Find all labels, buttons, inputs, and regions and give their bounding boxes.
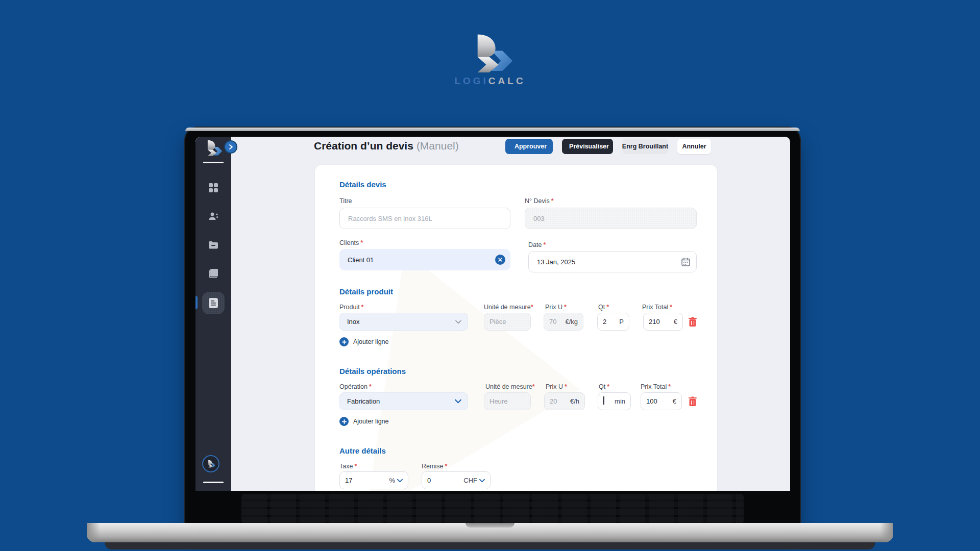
badge-logo-icon bbox=[206, 460, 215, 468]
chevron-down-icon bbox=[479, 479, 485, 483]
clients-field[interactable]: Client 01 bbox=[339, 249, 510, 270]
cancel-button[interactable]: Annuler bbox=[677, 139, 711, 154]
quote-form-card: Détails devis Titre N° Devis* Clients* C… bbox=[315, 165, 717, 491]
produit-unit-input[interactable]: Pièce bbox=[484, 313, 531, 331]
brand-wordmark: LOGICALC bbox=[0, 76, 980, 87]
plus-icon bbox=[339, 417, 349, 426]
page: LOGICALC bbox=[0, 0, 980, 551]
produit-qty-label: Qt* bbox=[598, 304, 609, 311]
section-title-produit: Détails produit bbox=[339, 287, 393, 296]
operation-label: Opération* bbox=[339, 383, 372, 390]
add-operation-line-button[interactable]: Ajouter ligne bbox=[339, 417, 389, 426]
save-draft-button[interactable]: Enrg Brouillant bbox=[622, 139, 668, 154]
sidebar-divider-top bbox=[203, 162, 224, 163]
date-value: 13 Jan, 2025 bbox=[537, 258, 575, 266]
operation-qty-label: Qt* bbox=[599, 383, 609, 390]
page-title: Création d’un devis(Manuel) bbox=[314, 140, 459, 152]
sidebar-item-quotes-active[interactable] bbox=[202, 292, 225, 314]
keyboard-reflection bbox=[241, 494, 744, 523]
section-title-operations: Détails opérations bbox=[339, 367, 406, 375]
num-devis-label: N° Devis* bbox=[525, 197, 554, 205]
laptop-base-notch bbox=[465, 523, 514, 528]
operation-qty-input[interactable]: min bbox=[598, 392, 631, 410]
chevron-down-icon bbox=[455, 320, 461, 324]
users-icon bbox=[208, 211, 219, 221]
remise-input[interactable]: 0 CHF bbox=[422, 471, 491, 489]
produit-price-label: Prix U* bbox=[545, 304, 567, 311]
operation-price-input[interactable]: 20 €/h bbox=[544, 392, 585, 410]
produit-unit-label: Unité de mesure* bbox=[484, 304, 533, 311]
produit-price-input[interactable]: 70 €/kg bbox=[544, 313, 583, 331]
delete-product-row-icon[interactable] bbox=[688, 317, 697, 327]
produit-qty-input[interactable]: 2 P bbox=[597, 313, 629, 331]
chevron-down-icon bbox=[455, 399, 461, 404]
text-cursor bbox=[603, 396, 604, 405]
laptop-screen: Création d’un devis(Manuel) Approuver bbox=[185, 128, 800, 528]
grid-icon bbox=[208, 183, 218, 193]
page-title-text: Création d’un devis bbox=[314, 140, 413, 152]
active-item-indicator bbox=[195, 296, 198, 309]
titre-input[interactable] bbox=[339, 208, 510, 229]
chevron-right-icon bbox=[228, 144, 234, 150]
plus-icon bbox=[339, 337, 349, 346]
sidebar-profile-badge[interactable] bbox=[202, 455, 219, 472]
operation-total-label: Prix Total* bbox=[641, 383, 671, 390]
clients-value: Client 01 bbox=[348, 256, 374, 264]
section-title-autre: Autre détails bbox=[339, 446, 386, 455]
laptop-base bbox=[87, 523, 893, 542]
taxe-input[interactable]: 17 % bbox=[339, 471, 408, 489]
produit-select[interactable]: Inox bbox=[339, 313, 468, 331]
pages-icon bbox=[208, 268, 218, 279]
logicalc-logo-icon bbox=[467, 34, 513, 72]
laptop-base-shadow bbox=[105, 542, 875, 549]
operation-unit-label: Unité de mesure* bbox=[485, 383, 535, 390]
sidebar-expand-button[interactable] bbox=[224, 140, 237, 154]
sidebar-logo-icon bbox=[203, 139, 223, 157]
calendar-icon bbox=[681, 258, 690, 266]
preview-button[interactable]: Prévisualiser bbox=[562, 139, 613, 154]
produit-total-label: Prix Total* bbox=[642, 304, 672, 311]
operation-total-input[interactable]: 100 € bbox=[641, 392, 682, 410]
sidebar-item-files[interactable] bbox=[199, 235, 228, 255]
sidebar-divider-bottom bbox=[203, 482, 224, 483]
remise-label: Remise* bbox=[422, 463, 447, 470]
header-actions: Approuver Prévisualiser Enrg Brouillant … bbox=[505, 139, 711, 154]
sidebar bbox=[195, 137, 231, 491]
brand-logo: LOGICALC bbox=[0, 34, 980, 87]
approve-button[interactable]: Approuver bbox=[505, 139, 553, 154]
main-area: Création d’un devis(Manuel) Approuver bbox=[231, 137, 790, 491]
brand-text-logi: LOGI bbox=[454, 76, 488, 86]
folder-icon bbox=[208, 240, 218, 249]
produit-total-input[interactable]: 210 € bbox=[643, 313, 683, 331]
operation-unit-input[interactable]: Heure bbox=[484, 392, 531, 410]
section-title-devis: Détails devis bbox=[339, 180, 386, 189]
date-field[interactable]: 13 Jan, 2025 bbox=[528, 251, 697, 272]
produit-label: Produit* bbox=[339, 304, 363, 311]
operation-price-label: Prix U* bbox=[546, 383, 567, 390]
date-label: Date* bbox=[528, 241, 546, 248]
brand-text-calc: CALC bbox=[488, 76, 526, 86]
invoice-icon bbox=[208, 297, 218, 309]
titre-label: Titre bbox=[339, 197, 352, 205]
sidebar-item-dashboard[interactable] bbox=[199, 178, 228, 198]
num-devis-input[interactable] bbox=[525, 208, 697, 229]
delete-operation-row-icon[interactable] bbox=[688, 396, 697, 407]
clients-label: Clients* bbox=[339, 239, 363, 246]
sidebar-item-clients[interactable] bbox=[199, 206, 228, 227]
chevron-down-icon bbox=[397, 479, 403, 483]
sidebar-item-documents[interactable] bbox=[199, 263, 228, 284]
taxe-label: Taxe* bbox=[339, 463, 357, 470]
clear-client-button[interactable] bbox=[495, 255, 505, 265]
page-title-mode: (Manuel) bbox=[416, 140, 459, 152]
close-icon bbox=[498, 258, 502, 262]
operation-select[interactable]: Fabrication bbox=[339, 392, 468, 410]
app-window: Création d’un devis(Manuel) Approuver bbox=[195, 137, 790, 491]
add-product-line-button[interactable]: Ajouter ligne bbox=[339, 337, 389, 346]
